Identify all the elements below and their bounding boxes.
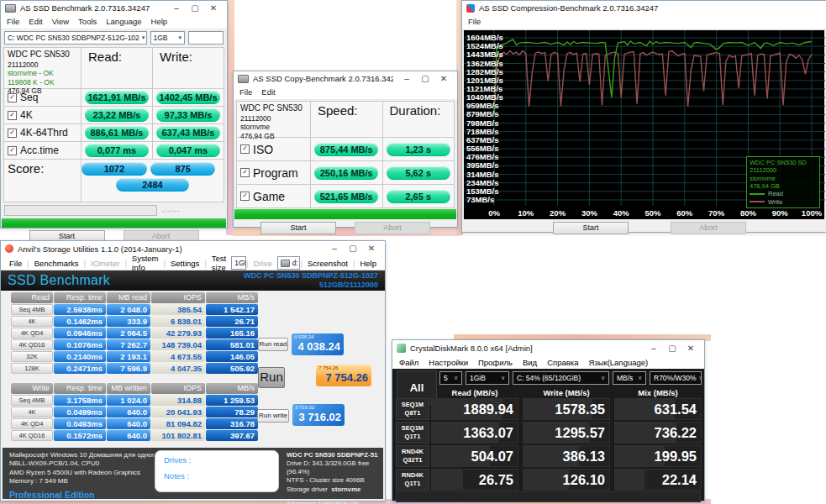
checkbox-game[interactable]: ✓	[240, 192, 250, 201]
menu-help[interactable]: Help	[151, 17, 168, 26]
desktop: AS SSD Benchmark 2.0.7316.34247 – ▢ ✕ Fi…	[0, 0, 826, 504]
run-read-button[interactable]: Run read	[258, 338, 288, 351]
iops-value: 42 279.93	[151, 328, 205, 339]
maximize-icon[interactable]: ▢	[186, 2, 204, 15]
row-label: 4K QD4	[11, 418, 53, 429]
minimize-icon[interactable]: –	[397, 72, 416, 86]
menu-settings[interactable]: Settings	[166, 259, 204, 268]
start-button[interactable]: Start	[260, 222, 336, 234]
minimize-icon[interactable]: –	[325, 242, 344, 255]
drive-select[interactable]: d: [data]▾	[277, 256, 301, 270]
close-icon[interactable]: ✕	[434, 72, 453, 86]
params-input[interactable]	[188, 31, 224, 45]
menu-file[interactable]: File	[239, 87, 252, 97]
minimize-icon[interactable]: –	[644, 342, 663, 355]
resp-value: 3.1758ms	[54, 395, 106, 406]
abort-button[interactable]: Abort	[671, 222, 746, 234]
write-column-header: Write:	[153, 48, 224, 88]
maximize-icon[interactable]: ▢	[416, 72, 434, 86]
menu-help[interactable]: Help	[355, 259, 381, 268]
checkbox-iso[interactable]: ✓	[240, 144, 250, 154]
menu-profile[interactable]: Профиль	[478, 358, 513, 367]
target-drive-select[interactable]: C: 54% (65/120GiB)∨	[513, 371, 609, 385]
menu-language[interactable]: Language	[106, 17, 141, 26]
minimize-icon[interactable]: –	[167, 2, 186, 15]
mb-value: 333.9	[107, 316, 150, 327]
menu-settings[interactable]: Настройки	[429, 358, 468, 367]
menu-edit[interactable]: Edit	[261, 87, 275, 97]
results-table: WDC PC SN530 21112000 stornvme - OK 1198…	[3, 47, 224, 202]
alignment-info: Alignment 119808KB OK	[287, 500, 378, 504]
menu-file[interactable]: File	[4, 259, 27, 268]
device-firmware: 21112000	[8, 60, 77, 70]
menu-screenshot[interactable]: Screenshot	[303, 259, 353, 268]
menu-file[interactable]: File	[7, 17, 19, 26]
titlebar[interactable]: Anvil's Storage Utilities 1.1.0 (2014-Ja…	[1, 241, 385, 256]
test-label-seq1m-q1t1[interactable]: SEQ1MQ1T1	[396, 422, 429, 444]
mbs-value: 165.16	[206, 328, 258, 339]
maximize-icon[interactable]: ▢	[663, 342, 681, 355]
menu-language[interactable]: Язык(Language)	[588, 358, 648, 367]
mb-value: 7 262.7	[107, 339, 150, 350]
checkbox-seq[interactable]: ✓	[8, 93, 17, 102]
table-row-4k: ✓4K 23,22 MB/s 97,33 MB/s	[4, 107, 224, 124]
abort-button[interactable]: Abort	[355, 222, 430, 234]
menu-help[interactable]: Справка	[547, 358, 578, 367]
menu-view[interactable]: Вид	[523, 358, 537, 367]
driver-status: stornvme - OK	[8, 69, 77, 78]
mix-ratio-select[interactable]: R70%/W30%∨	[650, 371, 702, 385]
titlebar[interactable]: AS SSD Compression-Benchmark 2.0.7316.34…	[462, 1, 826, 15]
window-as-ssd-copy-benchmark: AS SSD Copy-Benchmark 2.0.7316.34247 – ▢…	[233, 71, 458, 228]
unit-select[interactable]: MB/s∨	[613, 371, 646, 385]
test-label-rnd4k-q1t1[interactable]: RND4KQ1T1	[396, 469, 429, 491]
drive-select[interactable]: C: WDC PC SN530 SDBPNPZ-512G-102▾	[4, 31, 147, 45]
toolbar: C: WDC PC SN530 SDBPNPZ-512G-102▾ 1GB▾	[1, 29, 227, 46]
drives-notes-panel[interactable]: Drives : Notes :	[155, 450, 279, 492]
close-icon[interactable]: ✕	[362, 242, 381, 255]
read-line-swatch	[750, 193, 765, 195]
checkbox-4k[interactable]: ✓	[8, 111, 17, 120]
progress-row: -:--:--	[1, 203, 227, 218]
drive-label: Drive	[249, 259, 277, 268]
menu-file[interactable]: Файл	[399, 358, 418, 367]
menu-iometer[interactable]: IOmeter	[86, 259, 124, 268]
iops-value: 385.54	[151, 304, 205, 315]
close-icon[interactable]: ✕	[204, 2, 223, 15]
run-write-button[interactable]: Run write	[257, 409, 289, 423]
checkbox-program[interactable]: ✓	[240, 168, 250, 177]
test-label-rnd4k-q32t1[interactable]: RND4KQ32T1	[396, 445, 429, 467]
row-label: Acc.time	[20, 144, 59, 156]
resp-value: 0.0499ms	[54, 407, 106, 417]
run-button[interactable]: Run	[258, 367, 285, 388]
test-count-select[interactable]: 5∨	[439, 371, 462, 385]
titlebar[interactable]: AS SSD Benchmark 2.0.7316.34247 – ▢ ✕	[1, 1, 227, 15]
test-label-seq1m-q8t1[interactable]: SEQ1MQ8T1	[396, 398, 429, 420]
resp-time-header: Resp. time	[54, 383, 106, 394]
titlebar[interactable]: AS SSD Copy-Benchmark 2.0.7316.34247 – ▢…	[234, 71, 457, 86]
checkbox-acctime[interactable]: ✓	[8, 146, 17, 155]
read-score-value: 4 038.24	[292, 339, 344, 355]
iops-value: 6 838.01	[151, 316, 205, 327]
resp-value: 0.2140ms	[54, 351, 106, 362]
maximize-icon[interactable]: ▢	[344, 242, 362, 255]
window-as-ssd-benchmark: AS SSD Benchmark 2.0.7316.34247 – ▢ ✕ Fi…	[0, 0, 228, 228]
menu-file[interactable]: File	[468, 17, 481, 26]
titlebar[interactable]: CrystalDiskMark 8.0.0 x64 [Admin] – ▢ ✕	[392, 340, 704, 356]
menu-edit[interactable]: Edit	[29, 17, 42, 26]
write-value: 1402,45 MB/s	[156, 91, 220, 104]
menu-tools[interactable]: Tools	[78, 17, 97, 26]
menu-benchmarks[interactable]: Benchmarks	[29, 259, 84, 268]
menubar: File	[462, 15, 826, 29]
mb-value: 7 596.9	[107, 363, 150, 374]
write-line-swatch	[750, 201, 765, 202]
test-size-select[interactable]: 1GB▾	[231, 256, 246, 270]
test-size-select[interactable]: 1GB▾	[150, 31, 185, 45]
menu-view[interactable]: View	[52, 17, 69, 26]
checkbox-4k64[interactable]: ✓	[8, 129, 17, 138]
test-size-select[interactable]: 1GiB∨	[466, 371, 509, 385]
close-icon[interactable]: ✕	[681, 342, 700, 355]
start-button[interactable]: Start	[553, 222, 629, 234]
menu-system-info[interactable]: System Info	[127, 254, 164, 272]
row-label: 4K	[11, 407, 53, 417]
table-row-acctime: ✓Acc.time 0,077 ms 0,047 ms	[4, 142, 224, 160]
